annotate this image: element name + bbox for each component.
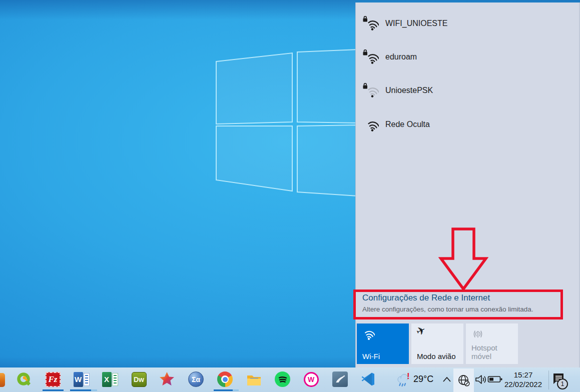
temperature-label[interactable]: 29°C [413, 374, 433, 384]
volume-icon[interactable] [474, 373, 488, 388]
svg-text:!: ! [407, 372, 410, 381]
wifi-secured-weak-icon [363, 83, 379, 98]
running-indicator-word-extra [91, 390, 97, 391]
word-icon[interactable]: W [73, 371, 90, 388]
dreamweaver-glyph: Dw [134, 376, 144, 384]
word-page-shape [84, 373, 90, 386]
wifi-network-name: eduroam [385, 52, 417, 62]
spotify-icon[interactable] [274, 371, 291, 388]
quick-action-label: Modo avião [417, 352, 456, 360]
excel-icon[interactable]: X [102, 371, 118, 388]
quick-action-label: Wi-Fi [362, 352, 380, 360]
windows-logo-wallpaper [213, 49, 358, 197]
tray-divider [548, 370, 549, 390]
wifi-network-name: UnioestePSK [385, 86, 433, 95]
quick-action-mobile-hotspot[interactable]: Hotspot móvel [466, 324, 518, 364]
wifi-secured-full-icon [363, 50, 379, 64]
notification-badge[interactable]: 1 [557, 378, 568, 390]
running-indicator-chrome [214, 390, 233, 391]
globe-no-internet-icon [457, 374, 470, 387]
clock-time: 15:27 [499, 370, 547, 380]
filezilla-glyph: Fz [49, 374, 58, 384]
running-indicator-filezilla [43, 390, 64, 391]
quick-action-airplane-mode[interactable]: ✈ Modo avião [411, 324, 463, 364]
settings-link-title: Configurações de Rede e Internet [362, 293, 580, 303]
wifi-network-name: Rede Oculta [385, 120, 430, 129]
chevron-up-icon[interactable] [441, 375, 452, 386]
excel-page-shape [112, 373, 118, 386]
word-glyph: W [74, 372, 83, 387]
wifi-network-name: WIFI_UNIOESTE [385, 19, 447, 28]
settings-link-subtitle: Altere configurações, como tornar uma co… [362, 306, 580, 313]
clipped-app-icon[interactable] [0, 373, 5, 387]
star-favorites-icon[interactable] [159, 371, 175, 388]
quick-actions-row: Wi-Fi ✈ Modo avião Hotspot móvel [357, 324, 520, 364]
wamp-glyph: W [308, 376, 314, 384]
wifi-secured-full-icon [363, 16, 379, 31]
spss-icon[interactable]: Σα [188, 371, 204, 388]
wifi-network-item[interactable]: eduroam [363, 45, 573, 69]
wampserver-icon[interactable]: W [303, 371, 319, 388]
wifi-network-item[interactable]: WIFI_UNIOESTE [363, 12, 573, 36]
taskbar-clock[interactable]: 15:27 22/02/2022 [499, 370, 547, 389]
desktop-screen: WIFI_UNIOESTE eduroam [0, 0, 580, 392]
mysql-workbench-icon[interactable] [332, 371, 348, 388]
vscode-icon[interactable] [360, 371, 377, 388]
spss-glyph: Σα [192, 376, 200, 384]
excel-glyph: X [102, 372, 112, 387]
hotspot-icon [472, 328, 484, 340]
chrome-icon[interactable] [217, 371, 233, 388]
file-explorer-icon[interactable] [246, 371, 262, 388]
qgis-icon[interactable] [16, 371, 33, 388]
dreamweaver-icon[interactable]: Dw [131, 371, 147, 388]
taskbar[interactable]: Fz W X Dw [0, 368, 580, 392]
clock-date: 22/02/2022 [499, 380, 547, 389]
weather-icon[interactable]: ! [395, 372, 412, 390]
filezilla-icon[interactable]: Fz [45, 371, 61, 388]
wifi-open-full-icon [363, 117, 379, 132]
wifi-flyout-panel: WIFI_UNIOESTE eduroam [355, 2, 580, 368]
notification-count: 1 [561, 380, 564, 388]
wifi-network-item[interactable]: Rede Oculta [363, 112, 573, 136]
network-settings-link[interactable]: Configurações de Rede e Internet Altere … [356, 293, 580, 313]
running-indicator-word [70, 390, 91, 391]
network-tray-highlight[interactable] [453, 368, 474, 392]
airplane-icon: ✈ [414, 323, 428, 338]
wifi-icon [363, 328, 375, 340]
wifi-network-item[interactable]: UnioestePSK [363, 78, 573, 102]
chrome-core [223, 377, 228, 382]
running-indicator-chrome-extra [233, 390, 239, 391]
quick-action-label: Hotspot móvel [471, 344, 518, 360]
quick-action-wifi[interactable]: Wi-Fi [357, 324, 409, 364]
